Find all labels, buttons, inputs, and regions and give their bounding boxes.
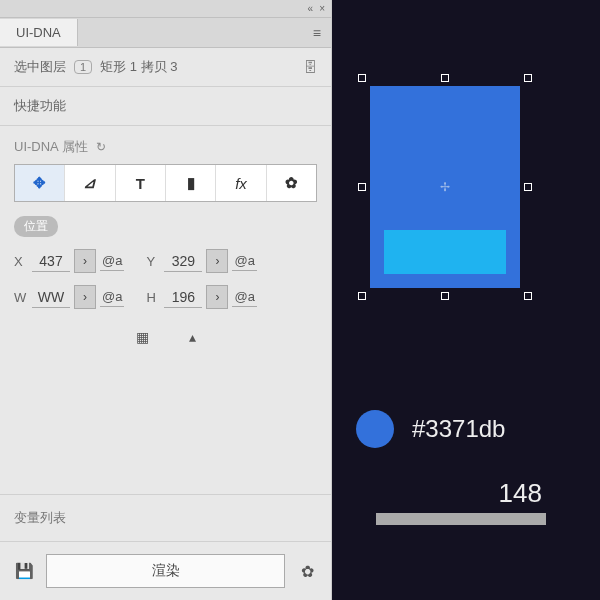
save-icon[interactable]: 💾	[14, 562, 34, 580]
properties-title: UI-DNA 属性	[14, 138, 88, 156]
collapse-icon[interactable]: «	[308, 3, 314, 14]
fx-tool-icon[interactable]: fx	[216, 165, 266, 201]
properties-header: UI-DNA 属性 ↻	[0, 126, 331, 164]
number-readout: 148	[376, 478, 546, 525]
h-at[interactable]: @a	[232, 287, 256, 307]
y-label: Y	[146, 254, 160, 269]
coord-row-xy: X › @a Y › @a	[14, 249, 317, 273]
selected-layer-section: 选中图层 1 矩形 1 拷贝 3 🗄	[0, 48, 331, 87]
briefcase-icon[interactable]: 🗄	[303, 59, 317, 75]
transform-tool-icon[interactable]: ⊿	[65, 165, 115, 201]
position-badge: 位置	[14, 216, 58, 237]
ui-dna-panel: « × UI-DNA ≡ 选中图层 1 矩形 1 拷贝 3 🗄 快捷功能 UI-…	[0, 0, 332, 600]
property-toolbar: ✥ ⊿ T ▮ fx ✿	[14, 164, 317, 202]
w-chevron-icon[interactable]: ›	[74, 285, 96, 309]
layer-count-badge: 1	[74, 60, 92, 74]
x-label: X	[14, 254, 28, 269]
variable-list-section[interactable]: 变量列表	[0, 494, 331, 541]
h-label: H	[146, 290, 160, 305]
color-swatch-row: #3371db	[356, 410, 505, 448]
handle-bottom-left[interactable]	[358, 292, 366, 300]
center-anchor-icon: ✢	[440, 180, 450, 194]
y-input[interactable]	[164, 251, 202, 272]
close-icon[interactable]: ×	[319, 3, 325, 14]
cyan-rectangle[interactable]	[384, 230, 506, 274]
window-titlebar: « ×	[0, 0, 331, 18]
handle-bottom-mid[interactable]	[441, 292, 449, 300]
handle-top-right[interactable]	[524, 74, 532, 82]
render-button[interactable]: 渲染	[46, 554, 285, 588]
y-at[interactable]: @a	[232, 251, 256, 271]
handle-top-left[interactable]	[358, 74, 366, 82]
blue-rectangle[interactable]: ✢	[370, 86, 520, 288]
handle-bottom-right[interactable]	[524, 292, 532, 300]
quick-functions-section[interactable]: 快捷功能	[0, 87, 331, 126]
color-hex-value: #3371db	[412, 415, 505, 443]
refresh-icon[interactable]: ↻	[96, 140, 106, 154]
selected-layer-label: 选中图层	[14, 58, 66, 76]
tab-row: UI-DNA ≡	[0, 18, 331, 48]
layer-name: 矩形 1 拷贝 3	[100, 58, 177, 76]
number-bar[interactable]	[376, 513, 546, 525]
gear-icon[interactable]: ✿	[297, 562, 317, 581]
x-input[interactable]	[32, 251, 70, 272]
handle-top-mid[interactable]	[441, 74, 449, 82]
settings-tool-icon[interactable]: ✿	[267, 165, 316, 201]
move-tool-icon[interactable]: ✥	[15, 165, 65, 201]
distribute-icon[interactable]: ▦	[136, 329, 149, 345]
panel-menu-icon[interactable]: ≡	[303, 25, 331, 41]
w-input[interactable]	[32, 287, 70, 308]
x-chevron-icon[interactable]: ›	[74, 249, 96, 273]
canvas-area: ✢ #3371db 148	[332, 0, 600, 600]
handle-mid-right[interactable]	[524, 183, 532, 191]
align-row: ▦ ▴	[14, 321, 317, 365]
color-swatch[interactable]	[356, 410, 394, 448]
tab-ui-dna[interactable]: UI-DNA	[0, 19, 78, 46]
selection-box[interactable]: ✢	[362, 78, 528, 296]
h-input[interactable]	[164, 287, 202, 308]
handle-mid-left[interactable]	[358, 183, 366, 191]
number-value: 148	[376, 478, 546, 509]
h-chevron-icon[interactable]: ›	[206, 285, 228, 309]
collapse-up-icon[interactable]: ▴	[189, 329, 196, 345]
coord-row-wh: W › @a H › @a	[14, 285, 317, 309]
file-tool-icon[interactable]: ▮	[166, 165, 216, 201]
bottom-bar: 💾 渲染 ✿	[0, 541, 331, 600]
text-tool-icon[interactable]: T	[116, 165, 166, 201]
w-label: W	[14, 290, 28, 305]
w-at[interactable]: @a	[100, 287, 124, 307]
position-section: 位置 X › @a Y › @a W › @a	[0, 216, 331, 379]
x-at[interactable]: @a	[100, 251, 124, 271]
y-chevron-icon[interactable]: ›	[206, 249, 228, 273]
